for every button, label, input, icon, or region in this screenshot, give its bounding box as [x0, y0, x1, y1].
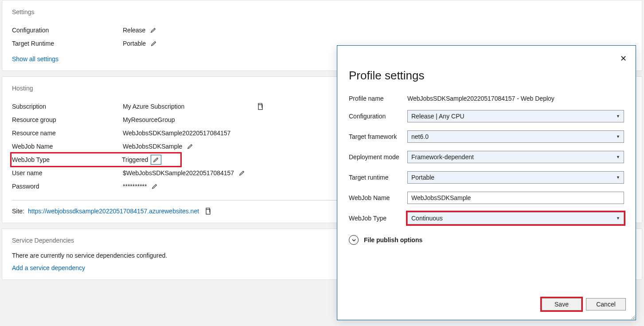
chevron-down-icon: ▼ — [616, 114, 620, 118]
configuration-value: Release — [123, 27, 145, 34]
target-runtime-select[interactable]: Portable ▼ — [407, 171, 624, 184]
webjob-name-label: WebJob Name — [12, 143, 123, 150]
pencil-icon[interactable] — [238, 169, 246, 177]
chevron-down-icon: ▼ — [616, 175, 620, 180]
resource-name-value: WebJobsSDKSample20220517084157 — [123, 130, 230, 137]
add-service-dependency-link[interactable]: Add a service dependency — [12, 264, 85, 271]
user-name-label: User name — [12, 169, 123, 177]
password-label: Password — [12, 183, 123, 190]
webjob-name-label: WebJob Name — [349, 194, 407, 201]
site-url-link[interactable]: https://webjobssdksample20220517084157.a… — [28, 208, 199, 215]
copy-icon[interactable] — [257, 103, 264, 110]
cancel-button[interactable]: Cancel — [586, 298, 626, 310]
webjob-name-value: WebJobsSDKSample — [123, 143, 182, 150]
chevron-down-icon: ▼ — [616, 216, 620, 220]
deployment-mode-select-value: Framework-dependent — [411, 153, 474, 161]
resource-group-value: MyResourceGroup — [123, 116, 175, 123]
target-runtime-select-value: Portable — [411, 174, 434, 181]
target-framework-label: Target framework — [349, 133, 407, 140]
target-runtime-label: Target runtime — [349, 174, 407, 181]
webjob-name-input[interactable]: WebJobsSDKSample — [407, 192, 624, 204]
webjob-type-select[interactable]: Continuous ▼ — [407, 212, 624, 224]
target-framework-select-value: net6.0 — [411, 133, 429, 140]
close-icon[interactable]: ✕ — [618, 53, 628, 64]
configuration-label: Configuration — [349, 113, 407, 120]
dialog-title: Profile settings — [349, 69, 624, 82]
expand-icon[interactable] — [349, 235, 359, 245]
pencil-icon[interactable] — [150, 182, 159, 191]
profile-name-label: Profile name — [349, 95, 407, 102]
webjob-type-label: WebJob Type — [349, 215, 407, 222]
deployment-mode-label: Deployment mode — [349, 153, 407, 161]
user-name-value: $WebJobsSDKSample20220517084157 — [123, 169, 234, 177]
password-value: ********** — [123, 183, 147, 190]
resize-grip[interactable] — [630, 314, 635, 319]
save-button[interactable]: Save — [542, 298, 582, 310]
copy-icon[interactable] — [204, 208, 211, 215]
webjob-type-select-value: Continuous — [411, 215, 443, 222]
configuration-select-value: Release | Any CPU — [411, 113, 464, 120]
configuration-select[interactable]: Release | Any CPU ▼ — [407, 110, 624, 122]
pencil-icon[interactable] — [151, 155, 161, 165]
profile-settings-dialog: ✕ Profile settings Profile name WebJobsS… — [337, 45, 636, 320]
show-all-settings-link[interactable]: Show all settings — [12, 55, 59, 63]
webjob-type-label: WebJob Type — [12, 153, 122, 166]
chevron-down-icon: ▼ — [616, 155, 620, 159]
target-runtime-value: Portable — [123, 40, 146, 47]
site-label: Site: — [12, 208, 24, 215]
pencil-icon[interactable] — [186, 142, 195, 151]
subscription-value: My Azure Subscription — [123, 103, 251, 110]
subscription-label: Subscription — [12, 103, 123, 110]
chevron-down-icon: ▼ — [616, 134, 620, 139]
resource-group-label: Resource group — [12, 116, 123, 123]
webjob-type-value: Triggered — [122, 153, 148, 166]
webjob-type-row: WebJob Type Triggered — [11, 153, 181, 166]
resource-name-label: Resource name — [12, 130, 123, 137]
target-framework-select[interactable]: net6.0 ▼ — [407, 130, 624, 143]
profile-name-value: WebJobsSDKSample20220517084157 - Web Dep… — [407, 95, 624, 102]
target-runtime-label: Target Runtime — [12, 40, 123, 47]
pencil-icon[interactable] — [149, 39, 158, 48]
pencil-icon[interactable] — [149, 26, 158, 35]
configuration-label: Configuration — [12, 27, 123, 34]
webjob-name-input-value: WebJobsSDKSample — [411, 194, 471, 201]
deployment-mode-select[interactable]: Framework-dependent ▼ — [407, 151, 624, 163]
file-publish-options-label: File publish options — [364, 236, 422, 244]
settings-heading: Settings — [12, 8, 632, 16]
